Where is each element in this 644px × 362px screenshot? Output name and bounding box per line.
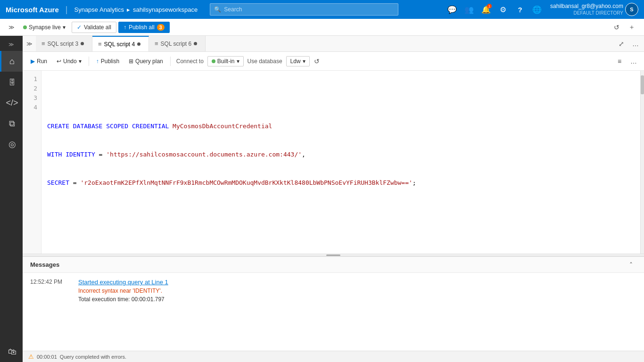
code-line-4: SECRET = 'r2oExaotFmK2EPfXlnMqtNNFrF9xB1… — [47, 178, 635, 188]
editor-more-icon: … — [630, 58, 637, 65]
undo-dropdown-icon: ▾ — [79, 58, 82, 65]
main-layout: ≫ ⌂ 🗄 </> ⧉ ◎ 🛍 ≫ ≡ SQL script 3 — [0, 36, 644, 362]
status-time: 00:00:01 — [37, 354, 57, 360]
messages-title: Messages — [30, 261, 59, 268]
validate-all-label: Validate all — [84, 24, 111, 31]
sidebar: ≫ ⌂ 🗄 </> ⧉ ◎ 🛍 — [0, 36, 23, 362]
tab-expand-btn[interactable]: ≫ — [23, 36, 36, 52]
connect-to-label: Connect to — [176, 58, 204, 65]
results-layout-icon: ≡ — [618, 58, 621, 65]
query-plan-button[interactable]: ⊞ Query plan — [124, 56, 167, 67]
code-content[interactable]: CREATE DATABASE SCOPED CREDENTIAL MyCosm… — [41, 71, 640, 254]
line-num-1: 1 — [23, 74, 41, 84]
new-resource-btn[interactable]: ＋ — [625, 21, 638, 34]
user-email: sahilbansal_gr8@yahoo.com — [550, 3, 623, 10]
sidebar-item-manage[interactable]: 🛍 — [0, 341, 23, 362]
tab-more-icon: … — [632, 40, 639, 48]
sidebar-item-develop[interactable]: </> — [0, 92, 23, 113]
msg-row-3: Total execution time: 00:00:01.797 — [30, 296, 636, 303]
editor-more-btn[interactable]: … — [627, 55, 640, 68]
connect-to-dropdown[interactable]: Built-in ▾ — [207, 56, 244, 66]
vertical-scrollbar[interactable] — [640, 71, 644, 254]
run-label: Run — [37, 58, 47, 65]
status-message: Query completed with errors. — [60, 354, 126, 360]
validate-icon: ✓ — [77, 24, 82, 31]
sidebar-item-home[interactable]: ⌂ — [0, 51, 23, 72]
code-line-2: CREATE DATABASE SCOPED CREDENTIAL MyCosm… — [47, 122, 635, 131]
secondary-bar: ≫ Synapse live ▾ ✓ Validate all ↑ Publis… — [0, 19, 644, 36]
synapse-live-btn[interactable]: Synapse live ▾ — [19, 22, 70, 33]
msg-row-2: Incorrect syntax near 'IDENTITY'. — [30, 288, 636, 294]
msg-row-1: 12:52:42 PM Started executing query at L… — [30, 279, 636, 286]
expand-icon: ≫ — [8, 24, 15, 31]
feedback-icon: 💬 — [447, 5, 457, 14]
editor-split: 1 2 3 4 CREATE DATABASE SCOPED CREDENTIA… — [23, 71, 644, 362]
brand-separator: | — [66, 5, 68, 15]
query-plan-label: Query plan — [135, 58, 163, 65]
help-btn[interactable]: ? — [512, 2, 528, 17]
tab-label-4: SQL script 4 — [104, 41, 135, 48]
tab-label-6: SQL script 6 — [161, 41, 192, 47]
msg-time-2 — [30, 288, 73, 294]
messages-collapse-btn[interactable]: ˄ — [625, 259, 636, 271]
query-plan-icon: ⊞ — [129, 58, 133, 65]
sidebar-expand-btn[interactable]: ≫ — [0, 38, 23, 51]
tab-sql-script-3[interactable]: ≡ SQL script 3 — [36, 36, 92, 52]
monitor-icon: ◎ — [8, 139, 16, 149]
tab-expand-right-btn[interactable]: ⤢ — [615, 37, 628, 50]
search-icon: 🔍 — [214, 6, 221, 13]
code-line-1 — [47, 93, 635, 103]
db-name-label: Ldw — [290, 58, 301, 65]
synapse-live-chevron: ▾ — [63, 24, 66, 31]
tab-sql-script-4[interactable]: ≡ SQL script 4 — [92, 36, 149, 52]
msg-time-3 — [30, 296, 73, 303]
notifications-btn[interactable]: 🔔 1 — [479, 2, 494, 17]
code-editor[interactable]: 1 2 3 4 CREATE DATABASE SCOPED CREDENTIA… — [23, 71, 644, 254]
settings-icon: ⚙ — [500, 5, 506, 14]
language-btn[interactable]: 🌐 — [529, 2, 545, 17]
secondary-right: ↺ ＋ — [610, 21, 638, 34]
publish-all-icon: ↑ — [124, 24, 126, 31]
results-layout-btn[interactable]: ≡ — [613, 55, 626, 68]
tab-sql-icon-6: ≡ — [155, 40, 158, 47]
msg-time-1: 12:52:42 PM — [30, 279, 73, 286]
run-button[interactable]: ▶ Run — [26, 56, 51, 67]
sidebar-expand-icon: ≫ — [8, 41, 14, 48]
sidebar-item-monitor[interactable]: ◎ — [0, 134, 23, 155]
avatar[interactable]: S — [625, 3, 638, 16]
publish-icon: ↑ — [96, 58, 99, 65]
publish-all-button[interactable]: ↑ Publish all 3 — [118, 22, 170, 33]
tab-sql-icon-3: ≡ — [41, 40, 45, 47]
sidebar-item-integrate[interactable]: ⧉ — [0, 113, 23, 134]
search-box[interactable]: 🔍 Search — [210, 3, 398, 16]
use-db-dropdown[interactable]: Ldw ▾ — [286, 56, 310, 66]
line-numbers: 1 2 3 4 — [23, 71, 41, 254]
built-in-label: Built-in — [217, 58, 235, 65]
validate-all-button[interactable]: ✓ Validate all — [72, 22, 116, 33]
publish-button[interactable]: ↑ Publish — [92, 56, 124, 67]
editor-toolbar: ▶ Run ↩ Undo ▾ ↑ Publish ⊞ Query plan Co… — [23, 52, 644, 71]
app-brand: Microsoft Azure — [6, 6, 59, 14]
tab-more-btn[interactable]: … — [629, 37, 642, 50]
line-num-2: 2 — [23, 84, 41, 93]
expand-btn[interactable]: ≫ — [6, 22, 17, 33]
integrate-icon: ⧉ — [9, 119, 15, 129]
new-icon: ＋ — [628, 23, 635, 32]
undo-label: Undo — [63, 58, 77, 65]
built-in-dot — [212, 59, 215, 63]
use-db-label: Use database — [248, 58, 282, 65]
msg-link-1[interactable]: Started executing query at Line 1 — [78, 279, 168, 286]
refresh-db-btn[interactable]: ↺ — [311, 55, 323, 67]
undo-button[interactable]: ↩ Undo ▾ — [52, 56, 86, 67]
msg-execution-time: Total execution time: 00:00:01.797 — [78, 296, 165, 303]
content-area: ≫ ≡ SQL script 3 ≡ SQL script 4 ≡ SQL sc… — [23, 36, 644, 362]
sidebar-item-data[interactable]: 🗄 — [0, 72, 23, 92]
undo-icon: ↩ — [57, 58, 61, 65]
settings-btn[interactable]: ⚙ — [495, 2, 511, 17]
feedback-icon-btn[interactable]: 💬 — [445, 2, 460, 17]
refresh-btn[interactable]: ↺ — [610, 21, 623, 34]
refresh-icon: ↺ — [614, 24, 619, 31]
user-info: sahilbansal_gr8@yahoo.com DEFAULT DIRECT… — [550, 3, 623, 16]
collab-icon-btn[interactable]: 👥 — [462, 2, 477, 17]
tab-sql-script-6[interactable]: ≡ SQL script 6 — [149, 36, 206, 52]
